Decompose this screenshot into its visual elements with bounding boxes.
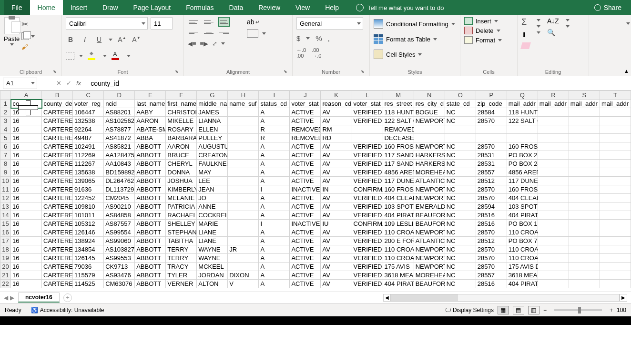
cell[interactable] — [414, 134, 445, 142]
fill-color-button[interactable] — [88, 51, 98, 60]
cell[interactable]: NC — [445, 117, 476, 125]
conditional-formatting-button[interactable]: Conditional Formatting — [374, 17, 456, 30]
cell[interactable] — [569, 211, 600, 220]
cell[interactable] — [569, 271, 600, 280]
cell[interactable] — [228, 134, 259, 142]
sort-filter-button[interactable]: A↓Z — [547, 17, 559, 25]
cell[interactable]: BEAUFORT — [414, 280, 445, 288]
cell[interactable] — [228, 177, 259, 185]
row-header[interactable]: 14 — [0, 211, 11, 220]
cell[interactable] — [569, 151, 600, 160]
chevron-down-icon[interactable] — [566, 19, 570, 21]
cell[interactable]: A — [259, 237, 290, 245]
cell[interactable]: VERIFIED — [352, 271, 383, 280]
cell[interactable] — [538, 151, 569, 160]
dialog-launcher[interactable]: ⬊ — [360, 69, 366, 75]
cell[interactable]: 112267 — [73, 160, 104, 168]
cell[interactable]: PO BOX 24 — [507, 160, 538, 168]
cell[interactable]: 404 CLEARWATER DR — [507, 194, 538, 202]
column-header[interactable]: J — [290, 91, 321, 100]
cell[interactable]: PULLEY — [197, 134, 228, 142]
column-header[interactable]: G — [197, 91, 228, 100]
cell[interactable] — [569, 108, 600, 117]
cell[interactable]: AV — [321, 280, 352, 288]
cell[interactable]: CARTERET — [42, 228, 73, 237]
cell[interactable]: NC — [445, 237, 476, 245]
cell[interactable]: REMOVED — [290, 125, 321, 134]
cell[interactable]: mail_addr — [538, 100, 569, 108]
cell[interactable]: KIMBERLY — [166, 185, 197, 194]
cell[interactable]: RM — [321, 125, 352, 134]
cell[interactable]: NC — [445, 220, 476, 228]
chevron-down-icon[interactable] — [537, 31, 540, 34]
cell[interactable]: 106447 — [73, 108, 104, 117]
cell[interactable]: R — [259, 125, 290, 134]
cell[interactable]: LIANNA — [197, 117, 228, 125]
cell[interactable] — [228, 168, 259, 177]
chevron-down-icon[interactable] — [103, 55, 107, 57]
cell[interactable]: state_cd — [445, 100, 476, 108]
cell[interactable]: V — [228, 280, 259, 288]
cell[interactable] — [600, 142, 631, 151]
cell[interactable]: BOGUE — [414, 108, 445, 117]
cell[interactable]: EMERALD I — [414, 202, 445, 211]
insert-function-button[interactable]: fx — [76, 80, 81, 87]
cell[interactable]: SHELLEY — [166, 220, 197, 228]
cell[interactable]: VERIFIED — [352, 108, 383, 117]
cell[interactable]: ACTIVE — [290, 280, 321, 288]
cell[interactable]: 28584 — [476, 108, 507, 117]
cell[interactable] — [569, 220, 600, 228]
cell[interactable]: A — [259, 108, 290, 117]
tab-insert[interactable]: Insert — [63, 0, 95, 15]
cell[interactable] — [600, 134, 631, 142]
column-header[interactable]: C — [73, 91, 104, 100]
cell[interactable]: voter_reg_ — [73, 100, 104, 108]
cell[interactable]: 16 — [11, 177, 42, 185]
cell[interactable]: ELLEN — [197, 125, 228, 134]
cell[interactable]: MCKEEL — [197, 263, 228, 271]
cell[interactable]: 16 — [11, 151, 42, 160]
cell[interactable]: MARIE — [197, 220, 228, 228]
tell-me-search[interactable]: Tell me what you want to do — [356, 0, 444, 15]
cell[interactable]: A — [259, 160, 290, 168]
cell[interactable] — [228, 263, 259, 271]
cell[interactable] — [228, 220, 259, 228]
cell[interactable]: REMOVED — [290, 134, 321, 142]
cell[interactable]: ABBA — [135, 134, 166, 142]
cell[interactable]: ACTIVE — [290, 263, 321, 271]
cell[interactable] — [569, 194, 600, 202]
cell[interactable]: CARTERET — [42, 280, 73, 288]
cell[interactable]: res_street — [383, 100, 414, 108]
font-size-select[interactable]: 11 — [151, 17, 173, 30]
cell-styles-button[interactable]: Cell Styles — [374, 48, 456, 61]
cell[interactable]: mail_addr — [569, 100, 600, 108]
cell[interactable] — [600, 211, 631, 220]
cell[interactable]: WAYNE — [197, 245, 228, 254]
cell[interactable] — [538, 254, 569, 263]
cell[interactable]: NC — [445, 280, 476, 288]
cell[interactable]: BRUCE — [166, 151, 197, 160]
cell[interactable]: 79036 — [73, 263, 104, 271]
cell[interactable]: 135638 — [73, 168, 104, 177]
cell[interactable]: AV — [321, 142, 352, 151]
cell[interactable]: 138924 — [73, 237, 104, 245]
row-header[interactable]: 15 — [0, 220, 11, 228]
cell[interactable]: ACTIVE — [290, 228, 321, 237]
wrap-text-button[interactable]: ab↵ — [247, 18, 259, 26]
cell[interactable] — [228, 202, 259, 211]
cell[interactable]: CARTERET — [42, 160, 73, 168]
column-header[interactable]: S — [569, 91, 600, 100]
cell[interactable]: mail_addr — [600, 100, 631, 108]
cell[interactable]: A — [259, 254, 290, 263]
cell[interactable]: 117 SAND — [383, 160, 414, 168]
scroll-thumb[interactable] — [391, 294, 458, 301]
row-header[interactable]: 2 — [0, 108, 11, 117]
select-all-corner[interactable] — [0, 91, 11, 100]
row-header[interactable]: 7 — [0, 151, 11, 160]
cell[interactable]: AV — [321, 211, 352, 220]
cell[interactable]: 28512 — [476, 177, 507, 185]
cell[interactable]: status_cd — [259, 100, 290, 108]
cell[interactable]: ACTIVE — [290, 237, 321, 245]
page-layout-view-button[interactable]: ▤ — [513, 306, 524, 314]
number-format-select[interactable]: General — [296, 17, 363, 30]
